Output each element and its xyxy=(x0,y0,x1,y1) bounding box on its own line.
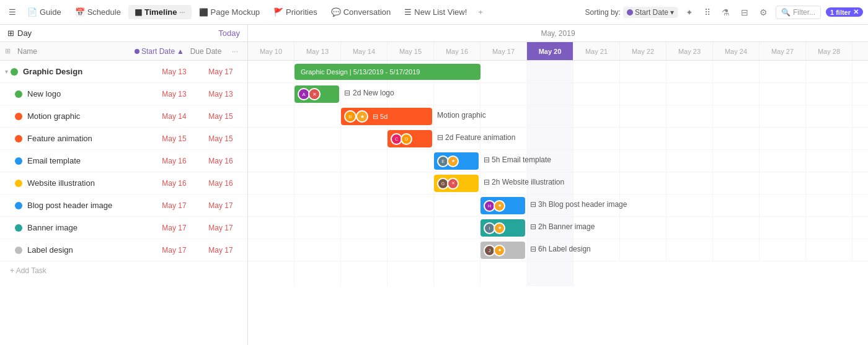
task-row-website-illustration[interactable]: Website illustration May 16 May 16 xyxy=(0,172,247,194)
timeline-icon: ▦ xyxy=(135,7,142,17)
date-cells-header: May, 2019 xyxy=(248,25,868,41)
close-icon[interactable]: ✕ xyxy=(853,8,859,16)
nav-icon-add[interactable]: ✦ xyxy=(683,5,696,20)
task-row-feature-animation[interactable]: Feature animation May 15 May 15 xyxy=(0,128,247,150)
col-name-header: Name xyxy=(17,47,135,56)
gantt-bar-graphic-design[interactable]: Graphic Design | 5/13/2019 - 5/17/2019 xyxy=(294,64,480,80)
task-start-feature-animation: May 15 xyxy=(149,134,199,143)
filter-badge[interactable]: 1 filter ✕ xyxy=(826,7,863,17)
gantt-bar-website-illustration[interactable]: G ✕ xyxy=(434,175,479,192)
add-task-btn[interactable]: + Add Task xyxy=(0,261,247,280)
gantt-add-task-row xyxy=(248,261,868,286)
tab-conversation[interactable]: 💬 Conversation xyxy=(325,5,397,19)
gantt-row-banner-image: I ★ ⊟2h Banner image xyxy=(248,217,868,239)
month-col-header: May, 2019 xyxy=(248,25,868,41)
gantt-bar-email-template[interactable]: E ★ xyxy=(434,152,479,170)
date-col-may17: May 17 xyxy=(480,42,527,60)
task-start-email-template: May 16 xyxy=(149,157,199,165)
task-row-motion-graphic[interactable]: Motion graphic May 14 May 15 xyxy=(0,105,247,128)
gantt-label-label-design: ⊟6h Label design xyxy=(530,245,591,253)
gantt-row-new-logo: A ✕ ⊟2d New logo ☞ xyxy=(248,83,868,105)
tab-schedule[interactable]: 📅 Schedule xyxy=(69,5,127,19)
gantt-panel: May 10 May 13 May 14 May 15 May 16 May 1… xyxy=(248,42,868,345)
task-dot-motion-graphic xyxy=(15,113,22,120)
task-start-label-design: May 17 xyxy=(149,246,199,255)
tab-page-mockup[interactable]: ⬛ Page Mockup xyxy=(193,5,267,19)
task-due-website-illustration: May 16 xyxy=(199,179,242,188)
date-col-may22: May 22 xyxy=(620,42,666,60)
day-label: ⊞ Day xyxy=(7,28,32,38)
expand-all-icon[interactable]: ⊞ xyxy=(5,47,17,55)
gantt-bar-label-design[interactable]: J ★ xyxy=(480,242,525,259)
task-row-banner-image[interactable]: Banner image May 17 May 17 xyxy=(0,217,247,239)
task-start-motion-graphic: May 14 xyxy=(149,112,199,121)
avatar-flag: ✕ xyxy=(308,88,321,100)
sort-asc-icon: ▲ xyxy=(177,47,184,56)
tab-more-icon[interactable]: ··· xyxy=(179,9,185,16)
task-row-new-logo[interactable]: New logo May 13 May 13 xyxy=(0,83,247,105)
tab-guide[interactable]: 📄 Guide xyxy=(21,5,68,19)
task-dot-email-template xyxy=(15,157,22,165)
task-row-graphic-design[interactable]: ▾ Graphic Design May 13 May 17 xyxy=(0,61,247,83)
sidebar-icon: ⊞ xyxy=(7,28,14,38)
task-name-motion-graphic: Motion graphic xyxy=(27,111,149,121)
gantt-bar-blog-post[interactable]: H ★ xyxy=(480,197,525,214)
task-start-banner-image: May 17 xyxy=(149,224,199,232)
task-name-website-illustration: Website illustration xyxy=(27,178,149,188)
sort-field-badge[interactable]: Start Date ▾ xyxy=(623,7,678,18)
task-dot-blog-post xyxy=(15,202,22,209)
task-row-label-design[interactable]: Label design May 17 May 17 xyxy=(0,239,247,261)
gantt-label-email-template: ⊟5h Email template xyxy=(484,155,551,164)
task-dot-feature-animation xyxy=(15,135,22,142)
gantt-row-email-template: E ★ ⊟5h Email template xyxy=(248,150,868,172)
nav-icon-calendar[interactable]: ⊟ xyxy=(738,5,751,20)
gantt-bar-feature-animation[interactable]: C D xyxy=(388,130,432,147)
task-row-email-template[interactable]: Email template May 16 May 16 xyxy=(0,150,247,172)
nav-icon-group[interactable]: ⠿ xyxy=(701,5,714,20)
gantt-row-feature-animation: C D ⊟2d Feature animation xyxy=(248,128,868,150)
task-dot-banner-image xyxy=(15,224,22,232)
start-date-dot xyxy=(135,49,140,54)
task-group-name: Graphic Design xyxy=(23,67,149,76)
gantt-bar-new-logo[interactable]: A ✕ xyxy=(294,85,339,103)
nav-right: Sorting by: Start Date ▾ ✦ ⠿ ⚗ ⊟ ⚙ 🔍 Fil… xyxy=(585,5,863,20)
nav-icon-settings[interactable]: ⚙ xyxy=(756,5,771,20)
task-due-graphic-design: May 17 xyxy=(199,68,242,76)
left-panel: ⊞ Name Start Date ▲ Due Date ··· ▾ Graph… xyxy=(0,42,248,345)
collapse-icon[interactable]: ▾ xyxy=(5,68,8,75)
gantt-bar-motion-graphic[interactable]: B ★ ⊟ 5d xyxy=(341,108,432,125)
top-nav: ☰ 📄 Guide 📅 Schedule ▦ Timeline ··· ⬛ Pa… xyxy=(0,0,868,25)
task-due-email-template: May 16 xyxy=(199,157,242,165)
task-start-graphic-design: May 13 xyxy=(149,68,199,76)
col-start-header[interactable]: Start Date ▲ xyxy=(135,47,184,56)
task-dot-graphic-design xyxy=(11,68,18,76)
app-container: ☰ 📄 Guide 📅 Schedule ▦ Timeline ··· ⬛ Pa… xyxy=(0,0,868,345)
date-col-may13: May 13 xyxy=(294,42,341,60)
flag-motion: ★ xyxy=(356,110,368,123)
gantt-row-graphic-design: Graphic Design | 5/13/2019 - 5/17/2019 xyxy=(248,61,868,83)
task-start-new-logo: May 13 xyxy=(149,90,199,98)
tab-timeline[interactable]: ▦ Timeline ··· xyxy=(128,5,192,19)
list-view-icon: ☰ xyxy=(404,7,412,17)
task-name-banner-image: Banner image xyxy=(27,223,149,232)
today-button[interactable]: Today xyxy=(218,28,240,38)
filter-search[interactable]: 🔍 Filter... xyxy=(776,6,821,19)
task-due-blog-post: May 17 xyxy=(199,201,242,210)
task-due-motion-graphic: May 15 xyxy=(199,112,242,121)
sorting-by-label: Sorting by: Start Date ▾ xyxy=(585,7,678,18)
task-name-label-design: Label design xyxy=(27,245,149,255)
tab-new-list-view[interactable]: ☰ New List View! xyxy=(398,5,473,19)
nav-icon-filter2[interactable]: ⚗ xyxy=(719,5,733,20)
task-row-blog-post[interactable]: Blog post header image May 17 May 17 xyxy=(0,194,247,217)
task-dot-label-design xyxy=(15,247,22,254)
col-more-header[interactable]: ··· xyxy=(228,47,242,56)
gantt-bar-banner-image[interactable]: I ★ xyxy=(480,219,525,237)
date-row: ⊞ Day Today May, 2019 xyxy=(0,25,868,42)
hamburger-icon[interactable]: ☰ xyxy=(5,5,20,19)
add-tab-btn[interactable]: + xyxy=(474,5,487,19)
task-name-blog-post: Blog post header image xyxy=(27,201,149,210)
page-mockup-icon: ⬛ xyxy=(199,8,208,17)
tab-priorities[interactable]: 🚩 Priorities xyxy=(267,5,324,19)
gantt-row-website-illustration: G ✕ ⊟2h Website illustration xyxy=(248,172,868,194)
task-start-blog-post: May 17 xyxy=(149,201,199,210)
